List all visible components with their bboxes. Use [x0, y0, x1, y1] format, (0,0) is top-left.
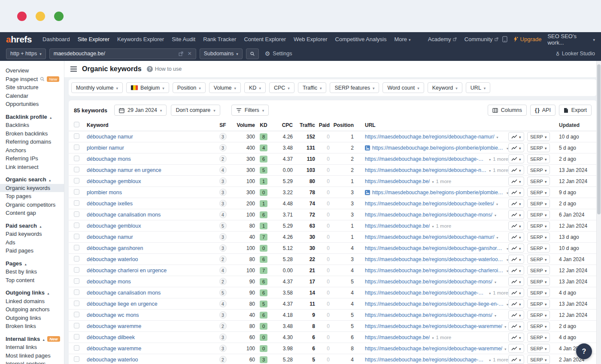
open-in-new-tab-icon[interactable] [179, 51, 183, 56]
chevron-down-icon[interactable] [497, 134, 498, 140]
url-link[interactable]: https://maesdebouchage.be/regions/debouc… [365, 290, 487, 296]
url-link[interactable]: https://maesdebouchage.be/regions/debouc… [365, 245, 504, 251]
filter-word-count[interactable]: Word count [382, 82, 424, 93]
url-link[interactable]: https://maesdebouchage.be/regions/debouc… [365, 134, 495, 140]
position-history-button[interactable] [508, 310, 524, 319]
position-history-button[interactable] [508, 165, 524, 174]
keyword-link[interactable]: debouchage waterloo [87, 357, 215, 363]
keyword-link[interactable]: débouchage dilbeek [87, 334, 215, 340]
filter-belgium[interactable]: Belgium [126, 82, 169, 93]
serp-button[interactable]: SERP [527, 322, 550, 331]
scrollbar-thumb[interactable] [597, 64, 601, 214]
sidebar-section-paid-search[interactable]: Paid search [0, 222, 64, 230]
nav-item-competitive-analysis[interactable]: Competitive Analysis [331, 36, 391, 42]
url-link[interactable]: https://maesdebouchage.be/regions/debouc… [365, 256, 504, 262]
row-checkbox[interactable] [74, 267, 79, 273]
position-history-button[interactable] [508, 188, 524, 197]
serp-features-count[interactable]: 3 [219, 311, 227, 319]
serp-features-count[interactable]: 3 [219, 133, 227, 140]
nav-item-keywords-explorer[interactable]: Keywords Explorer [113, 36, 168, 42]
row-checkbox[interactable] [74, 323, 79, 328]
sidebar-section-outgoing-links[interactable]: Outgoing links [0, 289, 64, 297]
keyword-link[interactable]: débouchage ganshoren [87, 245, 215, 251]
select-all-checkbox[interactable] [74, 122, 79, 127]
column-header-traffic[interactable]: Traffic [293, 122, 315, 128]
filter-keyword[interactable]: Keyword [428, 82, 462, 93]
serp-button[interactable]: SERP [527, 344, 550, 353]
sidebar-item-top-pages[interactable]: Top pages [0, 192, 64, 201]
ahrefs-logo[interactable]: ahrefs [6, 34, 32, 45]
serp-button[interactable]: SERP [527, 299, 550, 308]
nav-item-community[interactable]: Community [461, 36, 502, 42]
url-link[interactable]: https://maesdebouchage.be/regions/debouc… [365, 156, 487, 162]
mobile-device-icon[interactable] [502, 36, 507, 42]
sidebar-item-calendar[interactable]: Calendar [0, 92, 64, 100]
clear-input-icon[interactable]: ✕ [188, 51, 192, 57]
serp-features-count[interactable]: 3 [219, 334, 227, 341]
serp-button[interactable]: SERP [527, 277, 550, 286]
row-checkbox[interactable] [74, 256, 79, 262]
row-checkbox[interactable] [74, 167, 79, 172]
position-history-button[interactable] [508, 177, 524, 186]
sidebar-item-organic-keywords[interactable]: Organic keywords [0, 184, 64, 193]
position-history-button[interactable] [508, 232, 524, 241]
more-urls-link[interactable]: 1 more [493, 357, 508, 362]
sidebar-item-link-intersect[interactable]: Link intersect [0, 163, 64, 171]
column-header-sf[interactable]: SF [215, 122, 231, 128]
settings-button[interactable]: ⚙Settings [265, 51, 292, 57]
sidebar-item-site-structure[interactable]: Site structure [0, 83, 64, 92]
chevron-down-icon[interactable] [495, 212, 496, 218]
protocol-select[interactable]: http + https [6, 48, 46, 59]
url-link[interactable]: https://maesdebouchage.be/regions-plombe… [372, 145, 504, 151]
serp-button[interactable]: SERP [527, 310, 550, 319]
columns-button[interactable]: Columns [488, 105, 527, 116]
serp-features-count[interactable]: 3 [219, 189, 227, 196]
serp-button[interactable]: SERP [527, 288, 550, 297]
url-link[interactable]: https://maesdebouchage.be/regions/debouc… [365, 346, 502, 352]
chevron-down-icon[interactable] [495, 312, 496, 318]
position-history-button[interactable] [508, 132, 524, 141]
serp-button[interactable]: SERP [527, 255, 550, 264]
upgrade-button[interactable]: Upgrade [513, 36, 542, 42]
column-header-paid[interactable]: Paid [315, 122, 330, 128]
nav-item-content-explorer[interactable]: Content Explorer [240, 36, 290, 42]
target-url-field[interactable]: ✕ [49, 48, 196, 59]
position-history-button[interactable] [508, 299, 524, 308]
serp-button[interactable]: SERP [527, 355, 550, 364]
keyword-link[interactable]: débouchage ixelles [87, 201, 215, 207]
sidebar-item-linked-domains[interactable]: Linked domains [0, 297, 64, 306]
sidebar-item-outgoing-links[interactable]: Outgoing links [0, 314, 64, 322]
sidebar-item-referring-ips[interactable]: Referring IPs [0, 154, 64, 163]
serp-button[interactable]: SERP [527, 132, 550, 141]
looker-studio-button[interactable]: δLooker Studio [556, 51, 595, 57]
sidebar-item-ads[interactable]: Ads [0, 238, 64, 247]
chevron-down-icon[interactable] [489, 156, 491, 162]
serp-features-count[interactable]: 2 [219, 278, 227, 285]
more-urls-link[interactable]: 1 more [493, 168, 508, 173]
sidebar-item-anchors[interactable]: Anchors [0, 146, 64, 155]
url-link[interactable]: https://maesdebouchage.be/regions/debouc… [365, 201, 494, 207]
serp-features-count[interactable]: 3 [219, 345, 227, 352]
column-header-position[interactable]: Position [330, 122, 354, 128]
row-checkbox[interactable] [74, 245, 79, 250]
nav-item-academy[interactable]: Academy [424, 36, 461, 42]
chevron-down-icon[interactable] [489, 290, 491, 296]
how-to-use-link[interactable]: ?How to use [147, 66, 182, 72]
keyword-link[interactable]: débouchage charleroi en urgence [87, 268, 215, 274]
url-link[interactable]: https://maesdebouchage.be/ [365, 334, 430, 340]
sidebar-item-broken-backlinks[interactable]: Broken backlinks [0, 129, 64, 138]
url-link[interactable]: https://maesdebouchage.be/regions/debouc… [365, 212, 492, 218]
row-checkbox[interactable] [74, 356, 79, 362]
keyword-link[interactable]: débouchage namur en urgence [87, 167, 215, 173]
sidebar-item-page-inspect[interactable]: Page inspectNew [0, 75, 64, 84]
sidebar-item-broken-links[interactable]: Broken links [0, 322, 64, 331]
serp-button[interactable]: SERP [527, 154, 550, 163]
keyword-link[interactable]: débouchage liege en urgence [87, 301, 215, 307]
serp-features-count[interactable]: 2 [219, 322, 227, 330]
row-checkbox[interactable] [74, 156, 79, 161]
nav-item-more[interactable]: More [390, 36, 414, 42]
keyword-link[interactable]: plombier namur [87, 145, 215, 151]
chevron-down-icon[interactable] [496, 201, 498, 207]
row-checkbox[interactable] [74, 289, 79, 295]
row-checkbox[interactable] [74, 312, 79, 317]
